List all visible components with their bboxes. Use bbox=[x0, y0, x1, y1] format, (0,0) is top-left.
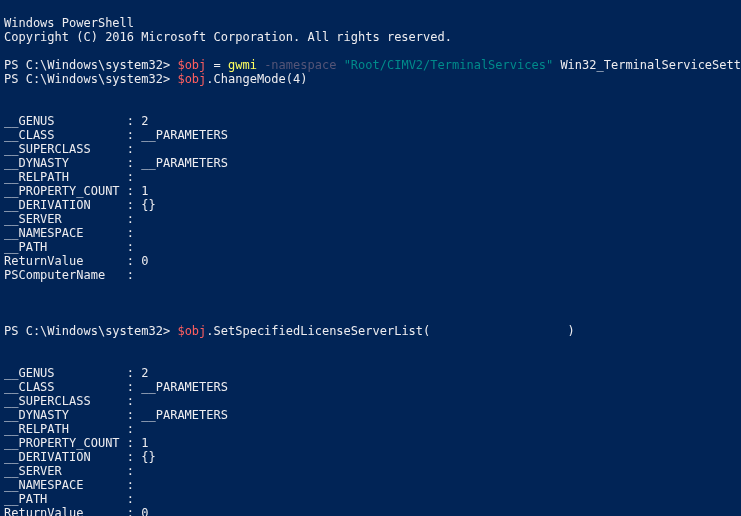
output-line: __NAMESPACE : bbox=[4, 226, 134, 240]
ps-prompt: PS C:\Windows\system32> bbox=[4, 72, 170, 86]
variable-obj: $obj bbox=[177, 58, 206, 72]
output-line: __PATH : bbox=[4, 492, 134, 506]
output-line: __DERIVATION : {} bbox=[4, 198, 156, 212]
param-namespace: -namespace bbox=[264, 58, 336, 72]
variable-obj: $obj bbox=[177, 72, 206, 86]
prompt-line: PS C:\Windows\system32> $obj = gwmi -nam… bbox=[4, 58, 741, 72]
output-line: __GENUS : 2 bbox=[4, 366, 149, 380]
output-line: __SUPERCLASS : bbox=[4, 394, 134, 408]
output-line: __SERVER : bbox=[4, 464, 134, 478]
ps-prompt: PS C:\Windows\system32> bbox=[4, 324, 170, 338]
output-line: __RELPATH : bbox=[4, 170, 134, 184]
output-line: __CLASS : __PARAMETERS bbox=[4, 380, 228, 394]
output-line: __NAMESPACE : bbox=[4, 478, 134, 492]
eq: = bbox=[206, 58, 228, 72]
space bbox=[336, 58, 343, 72]
output-line: __PROPERTY_COUNT : 1 bbox=[4, 436, 149, 450]
output-line: PSComputerName : bbox=[4, 268, 134, 282]
class-name: Win32_TerminalServiceSetting bbox=[560, 58, 741, 72]
header-line: Windows PowerShell bbox=[4, 16, 134, 30]
ps-prompt: PS C:\Windows\system32> bbox=[4, 58, 170, 72]
gap bbox=[430, 324, 567, 338]
method-call: .ChangeMode(4) bbox=[206, 72, 307, 86]
output-line: __DYNASTY : __PARAMETERS bbox=[4, 156, 228, 170]
output-line: __SUPERCLASS : bbox=[4, 142, 134, 156]
method-call: .SetSpecifiedLicenseServerList( bbox=[206, 324, 430, 338]
output-line: ReturnValue : 0 bbox=[4, 506, 149, 516]
output-line: ReturnValue : 0 bbox=[4, 254, 149, 268]
prompt-line: PS C:\Windows\system32> $obj.ChangeMode(… bbox=[4, 72, 307, 86]
output-line: __DERIVATION : {} bbox=[4, 450, 156, 464]
output-line: __GENUS : 2 bbox=[4, 114, 149, 128]
output-line: __PATH : bbox=[4, 240, 134, 254]
variable-obj: $obj bbox=[177, 324, 206, 338]
output-line: __PROPERTY_COUNT : 1 bbox=[4, 184, 149, 198]
cmdlet-gwmi: gwmi bbox=[228, 58, 257, 72]
output-line: __RELPATH : bbox=[4, 422, 134, 436]
prompt-line: PS C:\Windows\system32> $obj.SetSpecifie… bbox=[4, 324, 575, 338]
output-line: __CLASS : __PARAMETERS bbox=[4, 128, 228, 142]
string-namespace: "Root/CIMV2/TerminalServices" bbox=[344, 58, 554, 72]
method-call-end: ) bbox=[568, 324, 575, 338]
output-line: __SERVER : bbox=[4, 212, 134, 226]
powershell-terminal[interactable]: Windows PowerShell Copyright (C) 2016 Mi… bbox=[0, 0, 741, 516]
output-line: __DYNASTY : __PARAMETERS bbox=[4, 408, 228, 422]
header-line: Copyright (C) 2016 Microsoft Corporation… bbox=[4, 30, 452, 44]
